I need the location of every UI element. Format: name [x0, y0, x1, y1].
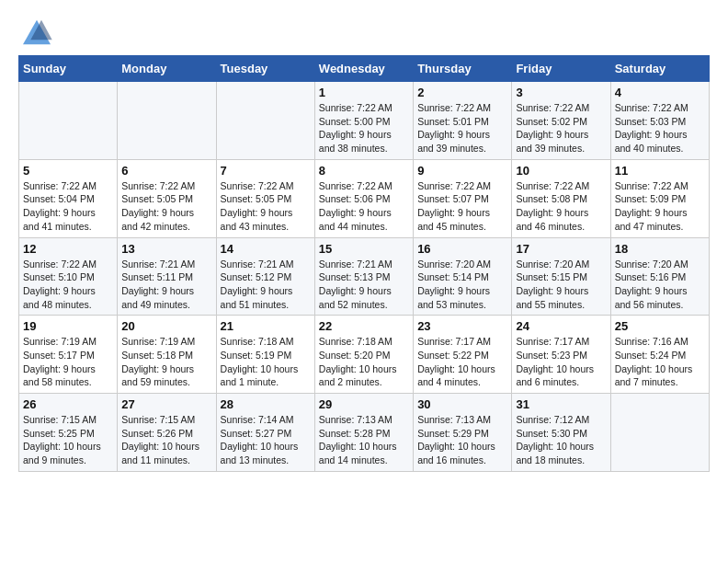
day-number: 12	[23, 242, 113, 256]
day-info: Sunrise: 7:16 AMSunset: 5:24 PMDaylight:…	[615, 335, 705, 389]
day-number: 11	[615, 164, 705, 178]
day-info: Sunrise: 7:21 AMSunset: 5:12 PMDaylight:…	[221, 258, 311, 312]
calendar-week-4: 19Sunrise: 7:19 AMSunset: 5:17 PMDayligh…	[19, 316, 710, 394]
day-info: Sunrise: 7:22 AMSunset: 5:01 PMDaylight:…	[417, 101, 507, 155]
day-number: 7	[221, 164, 311, 178]
calendar-cell: 5Sunrise: 7:22 AMSunset: 5:04 PMDaylight…	[19, 159, 118, 237]
calendar-cell: 2Sunrise: 7:22 AMSunset: 5:01 PMDaylight…	[414, 82, 512, 160]
day-info: Sunrise: 7:13 AMSunset: 5:29 PMDaylight:…	[417, 413, 507, 467]
calendar-cell: 9Sunrise: 7:22 AMSunset: 5:07 PMDaylight…	[414, 159, 512, 237]
day-number: 6	[121, 164, 211, 178]
day-number: 21	[221, 319, 311, 333]
day-number: 3	[516, 86, 606, 99]
day-info: Sunrise: 7:20 AMSunset: 5:15 PMDaylight:…	[516, 258, 606, 312]
day-number: 30	[417, 397, 507, 411]
day-info: Sunrise: 7:22 AMSunset: 5:09 PMDaylight:…	[615, 179, 705, 234]
calendar-cell: 11Sunrise: 7:22 AMSunset: 5:09 PMDayligh…	[610, 159, 709, 237]
day-info: Sunrise: 7:17 AMSunset: 5:22 PMDaylight:…	[417, 335, 507, 389]
day-number: 29	[319, 397, 409, 411]
day-info: Sunrise: 7:22 AMSunset: 5:05 PMDaylight:…	[221, 179, 311, 234]
calendar-cell: 4Sunrise: 7:22 AMSunset: 5:03 PMDaylight…	[610, 82, 709, 160]
logo-icon	[18, 18, 55, 46]
day-number: 16	[417, 242, 507, 256]
calendar-cell: 12Sunrise: 7:22 AMSunset: 5:10 PMDayligh…	[19, 237, 118, 316]
day-info: Sunrise: 7:22 AMSunset: 5:04 PMDaylight:…	[23, 179, 113, 234]
calendar-cell: 30Sunrise: 7:13 AMSunset: 5:29 PMDayligh…	[414, 394, 512, 472]
day-number: 5	[23, 164, 113, 178]
calendar-table: SundayMondayTuesdayWednesdayThursdayFrid…	[18, 55, 710, 472]
calendar-cell	[216, 82, 314, 160]
calendar-cell: 19Sunrise: 7:19 AMSunset: 5:17 PMDayligh…	[19, 316, 118, 394]
weekday-header-sunday: Sunday	[19, 56, 118, 82]
day-info: Sunrise: 7:20 AMSunset: 5:14 PMDaylight:…	[417, 258, 507, 312]
weekday-header-tuesday: Tuesday	[216, 56, 314, 82]
calendar-cell: 31Sunrise: 7:12 AMSunset: 5:30 PMDayligh…	[512, 394, 610, 472]
day-info: Sunrise: 7:12 AMSunset: 5:30 PMDaylight:…	[516, 413, 606, 467]
day-number: 23	[417, 319, 507, 333]
day-info: Sunrise: 7:13 AMSunset: 5:28 PMDaylight:…	[319, 413, 409, 467]
day-info: Sunrise: 7:19 AMSunset: 5:17 PMDaylight:…	[23, 335, 113, 389]
weekday-header-row: SundayMondayTuesdayWednesdayThursdayFrid…	[19, 56, 710, 82]
calendar-cell: 6Sunrise: 7:22 AMSunset: 5:05 PMDaylight…	[118, 159, 216, 237]
calendar-cell: 22Sunrise: 7:18 AMSunset: 5:20 PMDayligh…	[314, 316, 413, 394]
day-info: Sunrise: 7:21 AMSunset: 5:11 PMDaylight:…	[121, 258, 211, 312]
calendar-cell: 28Sunrise: 7:14 AMSunset: 5:27 PMDayligh…	[216, 394, 314, 472]
day-number: 27	[121, 397, 211, 411]
day-info: Sunrise: 7:21 AMSunset: 5:13 PMDaylight:…	[319, 258, 409, 312]
day-number: 20	[121, 319, 211, 333]
calendar-cell	[610, 394, 709, 472]
calendar-week-5: 26Sunrise: 7:15 AMSunset: 5:25 PMDayligh…	[19, 394, 710, 472]
day-info: Sunrise: 7:18 AMSunset: 5:20 PMDaylight:…	[319, 335, 409, 389]
day-info: Sunrise: 7:19 AMSunset: 5:18 PMDaylight:…	[121, 335, 211, 389]
day-info: Sunrise: 7:22 AMSunset: 5:08 PMDaylight:…	[516, 179, 606, 234]
day-number: 17	[516, 242, 606, 256]
calendar-cell: 21Sunrise: 7:18 AMSunset: 5:19 PMDayligh…	[216, 316, 314, 394]
calendar-cell: 24Sunrise: 7:17 AMSunset: 5:23 PMDayligh…	[512, 316, 610, 394]
calendar-cell: 15Sunrise: 7:21 AMSunset: 5:13 PMDayligh…	[314, 237, 413, 316]
day-info: Sunrise: 7:15 AMSunset: 5:25 PMDaylight:…	[23, 413, 113, 467]
calendar-cell: 14Sunrise: 7:21 AMSunset: 5:12 PMDayligh…	[216, 237, 314, 316]
day-number: 24	[516, 319, 606, 333]
calendar-cell: 17Sunrise: 7:20 AMSunset: 5:15 PMDayligh…	[512, 237, 610, 316]
calendar-cell: 7Sunrise: 7:22 AMSunset: 5:05 PMDaylight…	[216, 159, 314, 237]
weekday-header-monday: Monday	[118, 56, 216, 82]
day-number: 31	[516, 397, 606, 411]
calendar-cell: 25Sunrise: 7:16 AMSunset: 5:24 PMDayligh…	[610, 316, 709, 394]
calendar-cell: 3Sunrise: 7:22 AMSunset: 5:02 PMDaylight…	[512, 82, 610, 160]
day-number: 19	[23, 319, 113, 333]
page-container: SundayMondayTuesdayWednesdayThursdayFrid…	[0, 0, 728, 481]
calendar-cell: 18Sunrise: 7:20 AMSunset: 5:16 PMDayligh…	[610, 237, 709, 316]
calendar-week-1: 1Sunrise: 7:22 AMSunset: 5:00 PMDaylight…	[19, 82, 710, 160]
weekday-header-thursday: Thursday	[414, 56, 512, 82]
day-number: 1	[319, 86, 409, 99]
day-info: Sunrise: 7:15 AMSunset: 5:26 PMDaylight:…	[121, 413, 211, 467]
calendar-cell	[118, 82, 216, 160]
day-number: 13	[121, 242, 211, 256]
day-number: 4	[615, 86, 705, 99]
day-number: 22	[319, 319, 409, 333]
day-info: Sunrise: 7:18 AMSunset: 5:19 PMDaylight:…	[221, 335, 311, 389]
day-info: Sunrise: 7:14 AMSunset: 5:27 PMDaylight:…	[221, 413, 311, 467]
day-number: 25	[615, 319, 705, 333]
day-number: 14	[221, 242, 311, 256]
calendar-cell	[19, 82, 118, 160]
calendar-cell: 29Sunrise: 7:13 AMSunset: 5:28 PMDayligh…	[314, 394, 413, 472]
calendar-cell: 8Sunrise: 7:22 AMSunset: 5:06 PMDaylight…	[314, 159, 413, 237]
day-info: Sunrise: 7:22 AMSunset: 5:00 PMDaylight:…	[319, 101, 409, 155]
day-info: Sunrise: 7:17 AMSunset: 5:23 PMDaylight:…	[516, 335, 606, 389]
calendar-cell: 27Sunrise: 7:15 AMSunset: 5:26 PMDayligh…	[118, 394, 216, 472]
calendar-cell: 20Sunrise: 7:19 AMSunset: 5:18 PMDayligh…	[118, 316, 216, 394]
calendar-cell: 13Sunrise: 7:21 AMSunset: 5:11 PMDayligh…	[118, 237, 216, 316]
calendar-cell: 23Sunrise: 7:17 AMSunset: 5:22 PMDayligh…	[414, 316, 512, 394]
day-number: 28	[221, 397, 311, 411]
calendar-cell: 26Sunrise: 7:15 AMSunset: 5:25 PMDayligh…	[19, 394, 118, 472]
day-number: 2	[417, 86, 507, 99]
day-number: 9	[417, 164, 507, 178]
day-info: Sunrise: 7:22 AMSunset: 5:06 PMDaylight:…	[319, 179, 409, 234]
header	[18, 18, 710, 46]
calendar-week-2: 5Sunrise: 7:22 AMSunset: 5:04 PMDaylight…	[19, 159, 710, 237]
day-info: Sunrise: 7:22 AMSunset: 5:02 PMDaylight:…	[516, 101, 606, 155]
weekday-header-saturday: Saturday	[610, 56, 709, 82]
day-info: Sunrise: 7:22 AMSunset: 5:10 PMDaylight:…	[23, 258, 113, 312]
day-number: 26	[23, 397, 113, 411]
